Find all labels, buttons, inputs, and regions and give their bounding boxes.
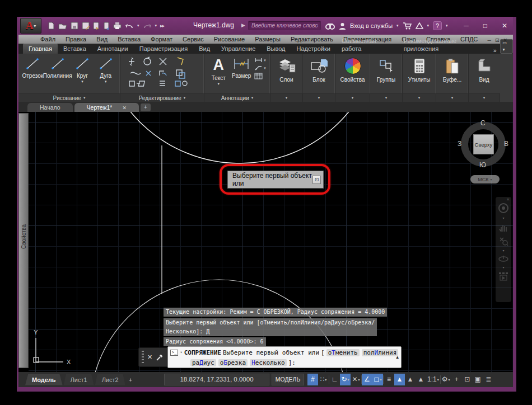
ribbon-tab[interactable]: Надстройки xyxy=(291,44,336,54)
ucs-icon[interactable]: Y X xyxy=(34,329,71,365)
polar-tracking-icon[interactable]: ↻ ▾ xyxy=(340,374,351,385)
view-button[interactable]: Вид xyxy=(472,55,497,83)
draw-tool-button[interactable]: Круг ▾ xyxy=(71,55,94,84)
store-cart-icon[interactable] xyxy=(403,22,412,30)
clean-screen-icon[interactable]: ▣ xyxy=(473,374,483,385)
draw-tool-button[interactable]: Отрезок xyxy=(21,55,44,79)
orbit-icon[interactable] xyxy=(498,255,508,263)
draw-tool-button[interactable]: Дуга ▾ xyxy=(94,55,117,84)
draw-tool-button[interactable]: Полилиния xyxy=(45,55,71,79)
scale-value[interactable]: 1:1 ▾ xyxy=(426,374,440,385)
doc-close-icon[interactable]: ✕ xyxy=(503,36,507,45)
minimize-button[interactable]: ─ xyxy=(464,22,469,30)
close-button[interactable]: ✕ xyxy=(502,22,507,30)
ribbon-tab[interactable]: Аннотации xyxy=(92,44,134,54)
dimension-button[interactable]: Размер xyxy=(230,55,253,79)
navbar-close-icon[interactable]: ✕ xyxy=(506,197,510,202)
isolate-objects-icon[interactable]: ⊡ xyxy=(462,374,473,385)
ribbon-tab[interactable]: Вид xyxy=(193,44,216,54)
ribbon-overflow-icon[interactable]: » xyxy=(493,48,496,54)
ribbon-tab[interactable]: Совместная работа xyxy=(336,36,398,54)
command-prompt-icon[interactable]: >_ xyxy=(170,350,178,356)
customization-icon[interactable]: ≣ xyxy=(483,374,494,385)
viewcube-south[interactable]: Ю xyxy=(479,161,486,169)
panel-expand-layers[interactable]: ▾ xyxy=(270,93,302,102)
snap-icon[interactable]: ∷ ▾ xyxy=(318,374,329,385)
utilities-button[interactable]: Утилиты xyxy=(405,55,433,83)
entity-top-circle[interactable] xyxy=(99,112,381,163)
ortho-icon[interactable]: ∟ xyxy=(329,374,340,385)
text-button[interactable]: А Текст ▾ xyxy=(208,55,228,86)
recent-commands-icon[interactable]: ▾ xyxy=(180,350,182,355)
maximize-button[interactable]: □ xyxy=(483,22,487,30)
model-canvas[interactable]: Y X Выберите первый объект или ⊡ С З В Ю… xyxy=(29,112,513,372)
tooltip-options-icon[interactable]: ⊡ xyxy=(312,176,321,184)
layout-tab[interactable]: Лист2 xyxy=(95,374,125,385)
layers-button[interactable]: Слои xyxy=(273,55,300,83)
ribbon-tab[interactable]: Рекомендованные приложения xyxy=(398,36,490,54)
isodraft-icon[interactable]: ✕ ▾ xyxy=(351,374,361,385)
properties-palette-collapsed[interactable]: Свойства xyxy=(18,113,29,368)
ribbon-tab[interactable]: Вывод xyxy=(261,44,291,54)
commandline-window[interactable]: >_ ▾ СОПРЯЖЕНИЕ Выберите первый объект и… xyxy=(167,346,402,368)
viewcube-north[interactable]: С xyxy=(480,119,486,127)
annotation-scale-icon[interactable]: ▲ xyxy=(416,374,426,385)
annotation-autoscale-icon[interactable]: ▲ xyxy=(405,374,416,385)
steering-wheel-icon[interactable] xyxy=(498,202,509,214)
panel-expand-groups[interactable]: ▾ xyxy=(370,93,402,102)
command-option[interactable]: полИлиния xyxy=(362,349,399,356)
help-dropdown-icon[interactable]: ▾ xyxy=(446,23,448,28)
annotation-visibility-icon[interactable]: ▲ xyxy=(394,374,405,385)
settings-gear-icon[interactable]: ⚙ ▾ xyxy=(441,374,451,385)
panel-title-draw[interactable]: Рисование▾ xyxy=(18,93,120,102)
pan-hand-icon[interactable] xyxy=(498,223,508,233)
document-tab[interactable]: Начало xyxy=(27,103,73,112)
osnap-icon[interactable]: ◻ ▾ xyxy=(372,374,383,385)
model-space-button[interactable]: МОДЕЛЬ xyxy=(272,374,304,385)
panel-expand-clipboard[interactable]: ▾ xyxy=(436,93,468,102)
block-button[interactable]: Блок xyxy=(306,55,332,83)
new-file-icon[interactable] xyxy=(47,22,55,30)
mobile-upload-icon[interactable] xyxy=(103,22,110,30)
command-option[interactable]: оБрезка xyxy=(218,359,248,366)
zoom-extents-icon[interactable] xyxy=(498,236,508,246)
document-tab[interactable]: Чертеж1*✕ xyxy=(74,103,139,112)
doc-restore-icon[interactable]: ⊡ xyxy=(495,36,500,45)
layout-tab[interactable]: Модель xyxy=(25,374,63,385)
command-option[interactable]: раДиус xyxy=(190,359,216,366)
viewcube-face-top[interactable]: Сверху xyxy=(473,134,494,154)
panel-expand-utilities[interactable]: ▾ xyxy=(403,93,436,102)
signin-label[interactable]: Вход в службы xyxy=(350,22,393,29)
transfer-icon[interactable] xyxy=(93,22,100,30)
grid-icon[interactable]: # xyxy=(307,374,318,385)
redo-dropdown-icon[interactable]: ▾ xyxy=(155,23,157,28)
redo-icon[interactable] xyxy=(143,22,152,29)
clipboard-button[interactable]: Буфе... xyxy=(439,55,465,83)
showmotion-icon[interactable] xyxy=(498,272,508,281)
panel-expand-view[interactable]: ▾ xyxy=(469,93,500,102)
wrench-icon[interactable] xyxy=(156,354,164,361)
navigation-bar[interactable]: ✕ ▾ ▾ ▾ xyxy=(496,197,511,302)
a360-icon[interactable] xyxy=(416,22,423,29)
viewcube-east[interactable]: В xyxy=(504,140,508,148)
save-icon[interactable] xyxy=(71,22,78,30)
search-go-icon[interactable]: ▶ xyxy=(241,22,245,28)
open-folder-icon[interactable] xyxy=(58,22,67,30)
close-tab-icon[interactable]: ✕ xyxy=(122,105,127,111)
panel-title-edit[interactable]: Редактирование▾ xyxy=(120,93,204,102)
print-icon[interactable] xyxy=(113,22,122,30)
panel-title-annotate[interactable]: Аннотации▾ xyxy=(204,93,270,102)
viewcube-west[interactable]: З xyxy=(458,140,461,148)
new-tab-button[interactable]: + xyxy=(141,103,151,111)
layout-tab[interactable]: Лист1 xyxy=(64,374,94,385)
search-input[interactable]: Введите ключевое слово/фразу xyxy=(248,21,321,30)
qat-more-icon[interactable]: ▸▸ xyxy=(160,23,164,29)
undo-dropdown-icon[interactable]: ▾ xyxy=(137,23,139,28)
drag-handle-icon[interactable] xyxy=(142,351,144,364)
properties-button[interactable]: Свойства xyxy=(338,55,367,83)
panel-expand-block[interactable]: ▾ xyxy=(303,93,335,102)
crosshair-icon[interactable]: + xyxy=(451,374,462,385)
a360-dropdown-icon[interactable]: ▾ xyxy=(427,23,430,28)
lineweight-icon[interactable]: ≡ xyxy=(384,374,394,385)
edit-tools-icons[interactable] xyxy=(126,55,199,88)
